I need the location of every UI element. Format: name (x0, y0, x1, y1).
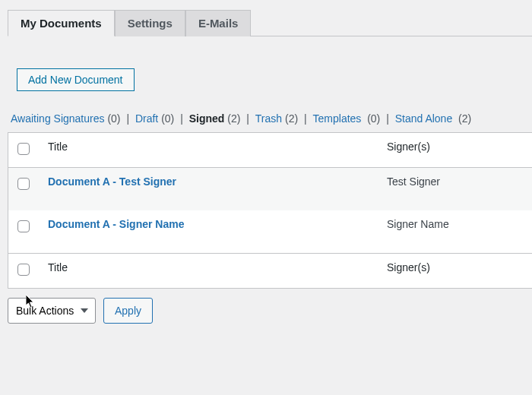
filter-standalone-count: (2) (458, 112, 471, 125)
filter-signed[interactable]: Signed (189, 112, 225, 125)
row-checkbox[interactable] (17, 178, 30, 190)
filter-signed-count: (2) (227, 112, 240, 125)
status-filters: Awaiting Signatures (0) | Draft (0) | Si… (0, 112, 532, 132)
document-title-link[interactable]: Document A - Signer Name (48, 218, 184, 230)
row-checkbox[interactable] (17, 220, 30, 232)
bulk-actions-select[interactable]: Bulk Actions (8, 298, 96, 324)
filter-awaiting-count: (0) (107, 112, 120, 125)
tab-my-documents[interactable]: My Documents (8, 10, 115, 36)
filter-standalone[interactable]: Stand Alone (395, 112, 453, 125)
col-signers-footer: Signer(s) (381, 253, 532, 288)
tab-emails[interactable]: E-Mails (185, 10, 252, 36)
select-all-top[interactable] (17, 143, 30, 155)
filter-templates[interactable]: Templates (313, 112, 362, 125)
col-signers[interactable]: Signer(s) (381, 133, 532, 168)
filter-draft[interactable]: Draft (135, 112, 158, 125)
add-document-button[interactable]: Add New Document (17, 68, 135, 91)
filter-templates-count: (0) (367, 112, 380, 125)
table-row: Document A - Signer Name Signer Name (8, 210, 532, 253)
table-row: Document A - Test Signer Test Signer (8, 168, 532, 210)
select-all-bottom[interactable] (17, 264, 30, 276)
apply-button[interactable]: Apply (103, 298, 153, 324)
documents-table: Title Signer(s) Document A - Test Signer… (8, 132, 532, 289)
filter-awaiting[interactable]: Awaiting Signatures (11, 112, 104, 125)
document-title-link[interactable]: Document A - Test Signer (48, 175, 176, 188)
tab-settings[interactable]: Settings (115, 10, 185, 36)
tabs-bar: My Documents Settings E-Mails (8, 0, 532, 36)
document-signers: Signer Name (381, 210, 532, 253)
col-title-footer: Title (42, 253, 381, 288)
filter-trash-count: (2) (285, 112, 298, 125)
filter-draft-count: (0) (161, 112, 174, 125)
filter-trash[interactable]: Trash (255, 112, 282, 125)
document-signers: Test Signer (381, 168, 532, 210)
col-title[interactable]: Title (42, 133, 381, 168)
